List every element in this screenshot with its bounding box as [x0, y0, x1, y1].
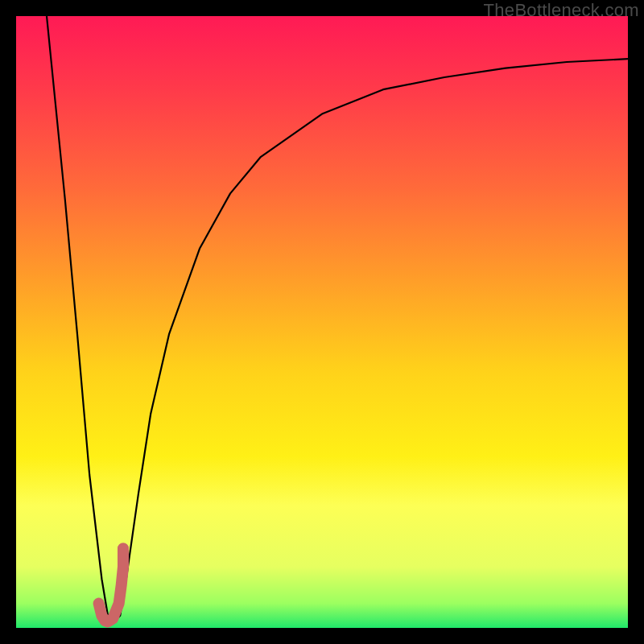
watermark-text: TheBottleneck.com: [484, 0, 639, 21]
chart-frame: TheBottleneck.com: [0, 0, 644, 644]
chart-background: [16, 16, 628, 628]
chart-svg: [16, 16, 628, 628]
